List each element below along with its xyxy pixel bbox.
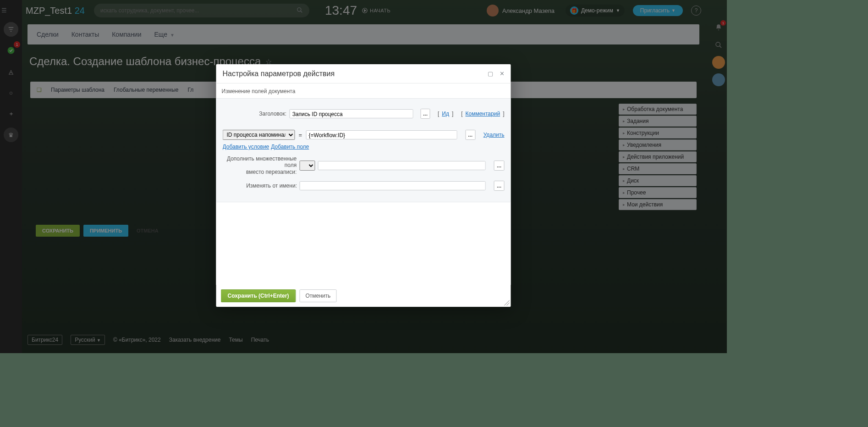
field-value-input[interactable] <box>306 130 457 139</box>
add-condition-link[interactable]: Добавить условие <box>223 144 269 150</box>
change-as-input[interactable] <box>300 181 486 190</box>
section-label: Изменение полей документа <box>216 83 511 99</box>
multi-input[interactable] <box>318 161 486 170</box>
change-as-picker-button[interactable]: ... <box>494 181 504 191</box>
title-input[interactable] <box>289 109 413 118</box>
modal-save-button[interactable]: Сохранить (Ctrl+Enter) <box>221 289 296 302</box>
equals-label: = <box>299 132 302 139</box>
title-label: Заголовок: <box>223 111 287 117</box>
maximize-icon[interactable]: ▢ <box>488 70 493 77</box>
comment-link[interactable]: Комментарий <box>466 111 500 117</box>
modal-cancel-button[interactable]: Отменить <box>299 289 336 302</box>
title-picker-button[interactable]: ... <box>421 109 430 119</box>
field-select[interactable]: ID процесса напоминалки <box>223 130 295 140</box>
id-link[interactable]: Ид <box>442 111 449 117</box>
dialog-header: Настройка параметров действия ▢ ✕ <box>216 64 511 83</box>
action-settings-dialog: Настройка параметров действия ▢ ✕ Измене… <box>216 64 511 307</box>
field-value-picker-button[interactable]: ... <box>465 130 475 140</box>
multi-picker-button[interactable]: ... <box>494 161 505 171</box>
dialog-title: Настройка параметров действия <box>223 70 335 78</box>
add-field-link[interactable]: Добавить поле <box>271 144 309 150</box>
delete-link[interactable]: Удалить <box>483 132 505 138</box>
close-icon[interactable]: ✕ <box>500 70 505 77</box>
change-as-label: Изменять от имени: <box>223 183 297 189</box>
multi-select[interactable] <box>299 161 315 171</box>
resize-grip[interactable] <box>504 300 510 305</box>
multi-label: Дополнить множественные поля вместо пере… <box>223 155 297 175</box>
